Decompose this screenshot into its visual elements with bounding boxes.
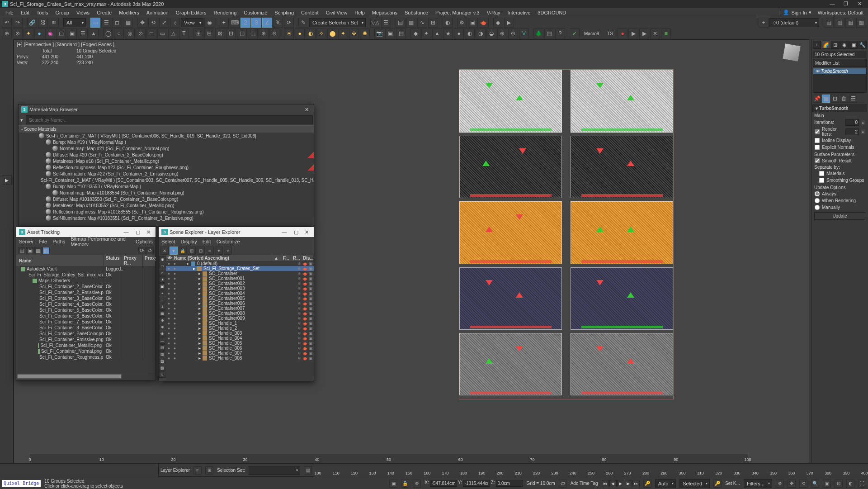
asset-row[interactable]: Sci_Fi_Container_2_Emissive.pngOk [16,290,156,295]
helper-1[interactable]: ⊕ [2,28,12,38]
play-button[interactable]: ▶ [617,480,624,487]
light-1[interactable]: ☀ [284,28,294,38]
op-5[interactable]: ◫ [237,28,247,38]
pivot-button[interactable]: ◉ [204,18,214,28]
explicit-checkbox[interactable] [815,145,820,150]
iterations-spin[interactable]: ▴ [861,120,865,125]
se-menu-display[interactable]: Display [181,239,197,244]
menu-interactive[interactable]: Interactive [504,9,534,16]
remove-modifier-button[interactable]: 🗑 [840,95,848,103]
asset-row[interactable]: Sci_Fi_Container_7_BaseColor.pngOk [16,319,156,325]
asset-row[interactable]: Maps / Shaders [16,278,156,284]
scene-row[interactable]: ●●▸ 0 (default)❄🫖▣ [166,261,314,266]
redo-button[interactable]: ↷ [13,18,23,28]
menu-graph-editors[interactable]: Graph Editors [172,9,210,16]
misc-3[interactable]: ? [555,28,565,38]
mat-tree-item[interactable]: Diffuse: Map #20 (Sci_Fi_Container_2_Bas… [19,152,314,158]
goto-start-button[interactable]: ⏮ [602,480,609,487]
layer-dropdown[interactable]: ◇ 0 (default) [769,18,819,27]
se-f-light[interactable]: ☀ [159,276,165,283]
sceneexp-max-button[interactable]: ▢ [290,229,302,235]
se-f-shape[interactable]: ○ [159,270,165,276]
asset-row[interactable]: Sci_Fi_Container_3_BaseColor.pngOk [16,295,156,301]
se-menu-customize[interactable]: Customize [217,239,240,244]
asset-row[interactable]: Sci_Fi_Container_4_BaseColor.pngOk [16,301,156,307]
scene-row[interactable]: ●●▸ SC_Handle_007❄🫖▣ [166,351,314,356]
asset-row[interactable]: Sci_Fi_Container_Metallic.pngOk [16,342,156,348]
op-3[interactable]: ⊠ [215,28,225,38]
misc-2[interactable]: ▤ [544,28,554,38]
move-button[interactable]: ✥ [137,18,147,28]
se-lock[interactable]: 🔒 [179,247,187,255]
mat-tree-item[interactable]: Sci-Fi_Container_3_MAT ( VRayMtl ) [SC_C… [19,177,314,183]
material-editor-button[interactable]: ◐ [443,18,453,28]
percent-snap-button[interactable]: % [273,18,283,28]
unlink-button[interactable]: ⛓ [38,18,48,28]
scene-row[interactable]: ●●▸ SC_Container004❄🫖▣ [166,291,314,296]
minimize-button[interactable]: — [826,0,839,8]
viewport-label[interactable]: [+] [Perspective ] [Standard ] [Edged Fa… [17,42,114,47]
render-iters-spin[interactable]: ▴ [861,129,865,134]
scene-row[interactable]: ●●▸ SC_Handle_003❄🫖▣ [166,331,314,336]
matbrowser-close-button[interactable]: ✕ [302,107,311,113]
se-f-help[interactable]: + [159,290,165,296]
transform-button[interactable]: ⊕ [413,480,421,488]
smooth-result-checkbox[interactable] [815,158,820,164]
nav-4[interactable]: 🔍 [811,480,819,488]
align-button[interactable]: ☰ [381,18,391,28]
menu-edit[interactable]: Edit [17,9,33,16]
mat-tree-item[interactable]: Metalness: Map #10183552 (Sci_Fi_Contain… [19,202,314,209]
menu-civil-view[interactable]: Civil View [322,9,351,16]
update-button[interactable]: Update [814,212,865,220]
render-button[interactable]: 🫖 [479,18,489,28]
prev-frame-button[interactable]: ◀ [609,480,617,487]
iterations-input[interactable] [845,119,859,126]
mat-tree-item[interactable]: Reflection roughness: Map #10183555 (Sci… [19,209,314,215]
manipulate-button[interactable]: ✦ [219,18,229,28]
se-f-space[interactable]: ~ [159,297,165,303]
helper-5[interactable]: ◉ [45,28,55,38]
asset-row[interactable]: Sci_Fi_Container_Emissive.pngOk [16,337,156,342]
se-f-frz[interactable]: ❄ [159,324,165,330]
selection-set-dropdown[interactable] [249,466,300,475]
menu-group[interactable]: Group [52,9,73,16]
menu-v-ray[interactable]: V-Ray [483,9,504,16]
menu-file[interactable]: File [2,9,17,16]
prim-text[interactable]: T [179,28,189,38]
se-f-grp[interactable]: ▦ [159,310,165,317]
se-t1[interactable]: ⊞ [188,247,196,255]
at-tool4[interactable]: ▥ [42,247,50,254]
display-tab[interactable]: ▣ [849,41,858,49]
restore-button[interactable]: ❐ [839,0,853,8]
cam-1[interactable]: 📷 [374,28,384,38]
at-menu-options[interactable]: Options [136,239,153,244]
op-1[interactable]: ⊞ [193,28,203,38]
menu-content[interactable]: Content [297,9,322,16]
link-button[interactable]: 🔗 [27,18,37,28]
light-6[interactable]: ✦ [338,28,348,38]
sceneexp-close-button[interactable]: ✕ [302,229,311,235]
stack-item-turbosmooth[interactable]: 👁 TurboSmooth [813,68,866,74]
layer-explorer-button[interactable]: ▤ [396,18,406,28]
prim-tube[interactable]: ⊙ [136,28,146,38]
utilities-tab[interactable]: 🔧 [859,41,867,49]
hierarchy-tab[interactable]: ⊞ [831,41,839,49]
rec-1[interactable]: ● [618,28,627,38]
snap-toggle-2d[interactable]: 2 [241,18,250,28]
menu-scripting[interactable]: Scripting [271,9,297,16]
pin-stack-button[interactable]: 📌 [813,95,821,103]
goto-end-button[interactable]: ⏭ [632,480,640,487]
vray-10[interactable]: ⊙ [508,28,518,38]
selection-filter-dropdown[interactable]: All [63,18,86,27]
menu-rendering[interactable]: Rendering [210,9,241,16]
modifier-list-dropdown[interactable]: Modifier List [813,59,867,67]
vray-8[interactable]: ◒ [486,28,496,38]
scene-materials-section[interactable]: - Scene Materials [19,125,314,133]
timeline-ruler[interactable]: 1001101201301401501601701801902002102202… [318,465,864,475]
close-button[interactable]: ✕ [853,0,866,8]
asset-row[interactable]: Sci_Fi_Container_6_BaseColor.pngOk [16,313,156,319]
mirror-button[interactable]: ▽△ [370,18,380,28]
se-t4[interactable]: ✦ [215,247,223,255]
selected-dropdown[interactable]: Selected [679,479,710,488]
at-menu-paths[interactable]: Paths [52,239,65,244]
